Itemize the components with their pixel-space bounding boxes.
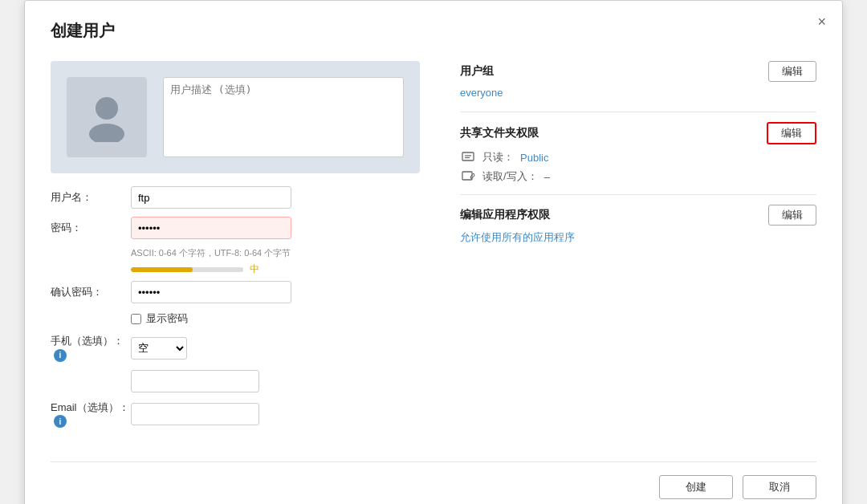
password-input[interactable] — [131, 217, 291, 239]
svg-point-0 — [96, 97, 118, 120]
dialog-title: 创建用户 — [51, 20, 816, 42]
email-info-icon[interactable]: i — [54, 415, 67, 428]
email-label: Email（选填）： i — [51, 400, 131, 429]
app-perms-section-header: 编辑应用程序权限 编辑 — [460, 205, 816, 226]
confirm-password-label: 确认密码： — [51, 285, 131, 299]
readonly-value: Public — [520, 152, 548, 164]
readonly-perm-row: 只读： Public — [460, 149, 816, 165]
svg-point-1 — [89, 124, 124, 142]
divider-1 — [460, 112, 816, 112]
password-hint: ASCII: 0-64 个字符，UTF-8: 0-64 个字节 — [131, 247, 420, 259]
readonly-icon — [460, 149, 476, 165]
divider-2 — [460, 194, 816, 195]
username-input[interactable] — [131, 186, 291, 209]
dialog-footer: 创建 取消 — [51, 461, 816, 499]
user-group-edit-button[interactable]: 编辑 — [768, 61, 816, 82]
show-password-label[interactable]: 显示密码 — [146, 311, 188, 326]
user-group-section-header: 用户组 编辑 — [460, 61, 816, 82]
strength-label: 中 — [250, 262, 259, 276]
svg-rect-2 — [462, 152, 474, 161]
user-info-box — [51, 61, 420, 173]
shared-folder-title: 共享文件夹权限 — [460, 126, 539, 140]
confirm-password-input[interactable] — [131, 281, 291, 303]
close-button[interactable]: × — [817, 14, 826, 30]
phone-info-icon[interactable]: i — [54, 349, 67, 362]
svg-rect-5 — [462, 172, 472, 180]
app-perms-value: 允许使用所有的应用程序 — [460, 230, 816, 245]
readwrite-perm-row: 读取/写入： – — [460, 169, 816, 185]
password-label: 密码： — [51, 221, 131, 235]
dialog-body: 用户名： 密码： ASCII: 0-64 个字符，UTF-8: 0-64 个字节… — [51, 61, 816, 436]
email-row: Email（选填）： i — [51, 400, 420, 429]
create-user-dialog: 创建用户 × 用户名： — [24, 0, 843, 504]
user-group-value: everyone — [460, 87, 816, 99]
user-group-title: 用户组 — [460, 64, 494, 79]
avatar — [67, 77, 147, 157]
password-strength-row: 中 — [131, 262, 420, 276]
readwrite-icon — [460, 169, 476, 185]
app-perms-edit-button[interactable]: 编辑 — [768, 205, 816, 226]
right-panel: 用户组 编辑 everyone 共享文件夹权限 编辑 只读： — [452, 61, 816, 436]
create-button[interactable]: 创建 — [659, 475, 733, 499]
phone-input[interactable] — [131, 370, 259, 392]
shared-folder-edit-button[interactable]: 编辑 — [767, 122, 816, 144]
strength-bar-fill — [131, 267, 193, 272]
app-perms-title: 编辑应用程序权限 — [460, 208, 550, 222]
readwrite-value: – — [544, 171, 550, 183]
phone-row: 手机（选填）： i 空 — [51, 334, 420, 362]
phone-label: 手机（选填）： i — [51, 334, 131, 362]
confirm-password-row: 确认密码： — [51, 281, 420, 303]
phone-prefix-select[interactable]: 空 — [131, 337, 187, 360]
left-panel: 用户名： 密码： ASCII: 0-64 个字符，UTF-8: 0-64 个字节… — [51, 61, 420, 436]
readonly-label: 只读： — [482, 150, 514, 165]
description-textarea[interactable] — [163, 77, 404, 157]
user-avatar-icon — [81, 91, 132, 144]
username-label: 用户名： — [51, 190, 131, 205]
phone-input-row — [51, 370, 420, 392]
show-password-row: 显示密码 — [131, 311, 420, 326]
strength-bar-background — [131, 267, 243, 272]
readwrite-label: 读取/写入： — [482, 169, 538, 184]
username-row: 用户名： — [51, 186, 420, 209]
cancel-button[interactable]: 取消 — [743, 475, 816, 499]
shared-folder-section-header: 共享文件夹权限 编辑 — [460, 122, 816, 144]
password-row: 密码： — [51, 217, 420, 239]
show-password-checkbox[interactable] — [131, 314, 141, 324]
email-input[interactable] — [131, 403, 259, 425]
